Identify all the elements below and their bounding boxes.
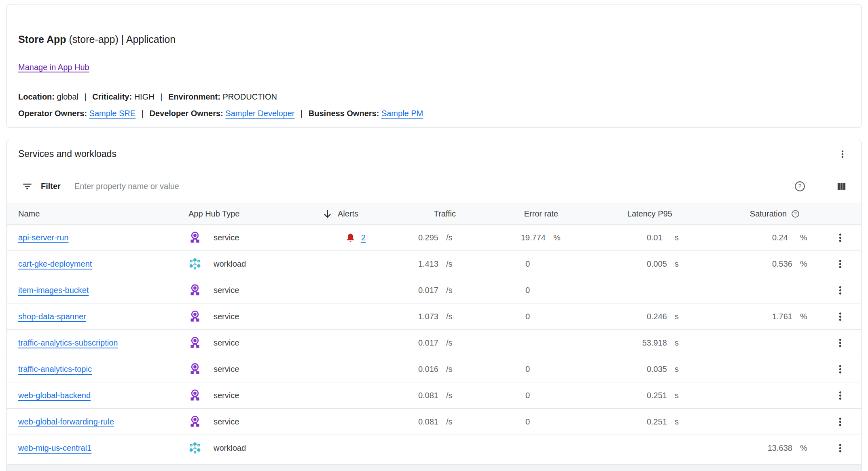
service-icon [188, 415, 201, 428]
row-name-link[interactable]: traffic-analytics-subscription [18, 338, 118, 348]
row-name-link[interactable]: web-global-backend [18, 391, 91, 400]
column-header-actions [814, 203, 861, 224]
actions-cell [814, 251, 861, 277]
row-name-link[interactable]: web-global-forwarding-rule [18, 417, 114, 426]
app-header-card: Store App (store-app) | Application Mana… [6, 4, 862, 128]
table-row: web-global-forwarding-rule service 0.081… [7, 409, 861, 435]
error-rate-cell: 0 [460, 251, 567, 277]
actions-cell [814, 435, 861, 461]
traffic-cell: 0.295/s [383, 225, 460, 250]
developer-owners-label: Developer Owners: [149, 109, 223, 118]
table-footer [7, 464, 861, 471]
environment-value: PRODUCTION [222, 92, 277, 101]
error-rate-cell: 0 [460, 409, 567, 435]
saturation-cell [688, 409, 814, 435]
row-actions-button[interactable] [834, 284, 847, 297]
app-hub-type-label: service [214, 312, 239, 321]
name-cell: api-server-run [7, 225, 183, 250]
panel-header: Services and workloads [7, 139, 861, 169]
kebab-menu-icon [838, 149, 847, 159]
row-name-link[interactable]: traffic-analytics-topic [18, 365, 92, 374]
business-owner-link[interactable]: Sample PM [381, 109, 423, 118]
manage-in-app-hub-link[interactable]: Manage in App Hub [18, 63, 89, 72]
row-name-link[interactable]: api-server-run [18, 233, 68, 242]
developer-owner-link[interactable]: Sampler Developer [225, 109, 294, 118]
table-row: cart-gke-deployment workload 1.413/ [7, 251, 861, 277]
latency-p95-cell: 53.918s [567, 330, 688, 356]
services-workloads-card: Services and workloads Filter ? [6, 139, 862, 471]
toolbar-divider [820, 177, 820, 195]
column-header-traffic[interactable]: Traffic [383, 203, 460, 224]
row-actions-button[interactable] [834, 363, 847, 376]
traffic-cell: 0.017/s [383, 330, 460, 356]
sort-descending-icon [322, 208, 333, 219]
column-display-options-button[interactable] [834, 179, 849, 194]
operator-owners-label: Operator Owners: [18, 109, 87, 118]
saturation-cell [688, 330, 814, 356]
app-owners-line: Operator Owners: Sample SRE | Developer … [18, 108, 850, 119]
kebab-menu-icon [835, 338, 845, 348]
column-header-saturation[interactable]: Saturation ? [688, 203, 814, 224]
alerts-cell: 2 [316, 225, 383, 250]
table-row: web-global-backend service 0.081/s 0 0.2… [7, 382, 861, 409]
row-name-link[interactable]: web-mig-us-central1 [18, 443, 91, 453]
name-cell: traffic-analytics-subscription [7, 330, 183, 356]
svg-text:?: ? [798, 183, 801, 189]
latency-p95-cell: 0.251s [567, 409, 688, 435]
service-icon [188, 336, 201, 349]
table-row: item-images-bucket service 0.017/s 0 [7, 277, 861, 303]
row-name-link[interactable]: shop-data-spanner [18, 312, 86, 321]
row-actions-button[interactable] [834, 441, 847, 455]
actions-cell [814, 225, 861, 250]
name-cell: item-images-bucket [7, 277, 183, 303]
alert-count-link[interactable]: 2 [361, 233, 366, 242]
service-icon [188, 363, 201, 376]
row-actions-button[interactable] [834, 257, 847, 271]
name-cell: web-mig-us-central1 [7, 435, 183, 461]
page: Store App (store-app) | Application Mana… [0, 4, 868, 471]
row-actions-button[interactable] [834, 336, 847, 350]
column-header-latency-p95[interactable]: Latency P95 [567, 203, 688, 224]
row-name-link[interactable]: cart-gke-deployment [18, 259, 92, 269]
saturation-help-icon[interactable]: ? [791, 209, 800, 219]
app-title-suffix: (store-app) | Application [66, 34, 176, 45]
filter-help-button[interactable]: ? [792, 178, 808, 194]
latency-p95-cell: 0.251s [567, 382, 688, 408]
panel-title: Services and workloads [18, 149, 116, 159]
traffic-cell: 1.073/s [383, 303, 460, 329]
actions-cell [814, 330, 861, 356]
alert-bell-icon [345, 233, 356, 243]
alerts-cell [316, 382, 383, 408]
table-row: web-mig-us-central1 workload [7, 435, 861, 461]
panel-more-menu-button[interactable] [836, 148, 849, 161]
column-header-alerts[interactable]: Alerts [316, 203, 383, 224]
service-icon [188, 284, 201, 297]
error-rate-cell [460, 330, 567, 356]
row-actions-button[interactable] [834, 310, 847, 323]
name-cell: cart-gke-deployment [7, 251, 183, 277]
actions-cell [814, 277, 861, 303]
name-cell: web-global-forwarding-rule [7, 409, 183, 435]
row-actions-button[interactable] [834, 231, 847, 244]
filter-input[interactable] [74, 182, 792, 191]
saturation-cell [688, 382, 814, 408]
app-meta-line: Location: global | Criticality: HIGH | E… [18, 91, 850, 102]
row-actions-button[interactable] [834, 389, 847, 402]
actions-cell [814, 303, 861, 329]
app-hub-type-label: service [214, 338, 239, 348]
columns-icon [836, 180, 847, 192]
traffic-cell: 0.017/s [383, 277, 460, 303]
operator-owner-link[interactable]: Sample SRE [89, 109, 136, 118]
app-hub-type-cell: service [183, 330, 316, 356]
error-rate-cell: 19.774% [460, 225, 567, 250]
column-header-error-rate[interactable]: Error rate [460, 203, 567, 224]
app-hub-type-cell: service [183, 303, 316, 329]
name-cell: traffic-analytics-topic [7, 356, 183, 382]
row-name-link[interactable]: item-images-bucket [18, 286, 89, 295]
saturation-cell: 0.536% [688, 251, 814, 277]
row-actions-button[interactable] [834, 415, 847, 429]
column-header-name[interactable]: Name [7, 203, 183, 224]
column-header-app-hub-type[interactable]: App Hub Type [183, 203, 316, 224]
app-hub-type-label: service [214, 417, 239, 426]
alerts-cell [316, 356, 383, 382]
